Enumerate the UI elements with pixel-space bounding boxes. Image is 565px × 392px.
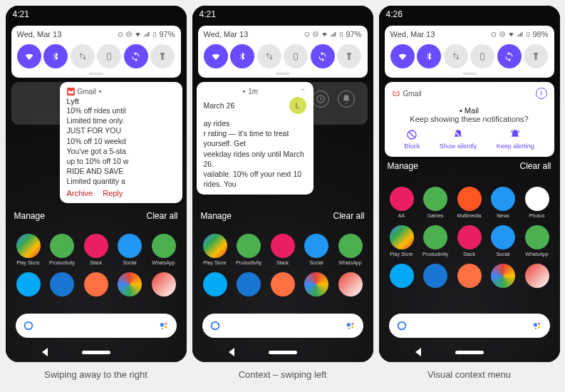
block-button[interactable]: Block — [404, 129, 420, 150]
search-bar[interactable] — [202, 314, 363, 338]
nav-back-button[interactable] — [415, 348, 421, 356]
snooze-button[interactable] — [312, 91, 329, 108]
notif-dot: • — [99, 88, 102, 96]
qs-flashlight-tile[interactable] — [524, 44, 548, 68]
qs-data-tile[interactable] — [257, 44, 281, 68]
alarm-icon — [490, 31, 497, 38]
app-messages[interactable] — [388, 264, 416, 288]
app-social[interactable]: Social — [489, 225, 517, 257]
app-aa[interactable]: AA — [388, 187, 416, 218]
app-gmail[interactable] — [150, 272, 178, 296]
qs-wifi-tile[interactable] — [390, 44, 415, 68]
qs-data-tile[interactable] — [71, 44, 95, 68]
app-slack[interactable]: Slack — [455, 225, 484, 257]
app-pocket[interactable] — [455, 264, 484, 288]
notif-action-archive[interactable]: Archive — [67, 189, 93, 197]
chevron-up-icon[interactable]: ⌃ — [300, 88, 306, 96]
app-games[interactable]: Games — [421, 187, 450, 218]
clock-icon — [316, 94, 326, 104]
app-play-store[interactable]: Play Store — [14, 234, 43, 265]
nav-back-button[interactable] — [42, 348, 48, 356]
qs-bluetooth-tile[interactable] — [43, 44, 68, 68]
qs-handle[interactable] — [462, 73, 477, 75]
app-productivity[interactable]: Productivity — [48, 234, 76, 265]
qs-sync-tile[interactable] — [311, 44, 335, 68]
svg-rect-22 — [527, 32, 529, 36]
app-whatsapp[interactable]: WhatsApp — [150, 234, 178, 265]
qs-sync-tile[interactable] — [497, 44, 522, 68]
svg-point-20 — [492, 33, 497, 37]
phone-swiping-right: 4:21 Wed, Mar 13 97% — [6, 6, 187, 362]
qs-wifi-tile[interactable] — [17, 44, 41, 68]
app-chrome[interactable] — [115, 272, 144, 296]
app-chrome[interactable] — [302, 272, 331, 296]
qs-bluetooth-tile[interactable] — [230, 44, 254, 68]
nav-back-button[interactable] — [229, 348, 234, 356]
clear-all-button[interactable]: Clear all — [333, 211, 364, 221]
qs-battery-tile[interactable] — [97, 44, 121, 68]
app-photos[interactable]: Photos — [523, 187, 551, 218]
clear-all-button[interactable]: Clear all — [146, 211, 177, 221]
search-bar[interactable] — [16, 314, 177, 338]
manage-button[interactable]: Manage — [14, 211, 45, 221]
wifi-icon — [321, 31, 328, 38]
manage-button[interactable]: Manage — [201, 211, 232, 221]
qs-handle[interactable] — [276, 73, 290, 75]
notif-title: Lyft — [67, 97, 175, 105]
info-icon[interactable]: i — [536, 88, 547, 99]
svg-rect-23 — [481, 53, 484, 60]
app-slack[interactable]: Slack — [82, 234, 110, 265]
app-productivity[interactable]: Productivity — [421, 225, 450, 257]
app-pocket[interactable] — [82, 272, 110, 296]
app-phone[interactable] — [234, 272, 263, 296]
svg-point-26 — [533, 323, 537, 326]
notif-action-reply[interactable]: Reply — [103, 189, 123, 197]
notification-context-card: Gmail i • Mail Keep showing these notifi… — [385, 82, 554, 157]
app-productivity[interactable]: Productivity — [234, 234, 263, 265]
qs-data-tile[interactable] — [444, 44, 468, 68]
app-gmail[interactable] — [523, 264, 551, 288]
search-bar[interactable] — [389, 314, 550, 338]
app-phone[interactable] — [421, 264, 450, 288]
notification-card-gmail[interactable]: • 1m ⌃ March 26 L ay ridesr rating — it'… — [197, 82, 313, 195]
app-whatsapp[interactable]: WhatsApp — [523, 225, 551, 257]
phone-context-menu: 4:26 Wed, Mar 13 98% — [379, 6, 560, 362]
app-pocket[interactable] — [269, 272, 297, 296]
app-messages[interactable] — [14, 272, 43, 296]
clear-all-button[interactable]: Clear all — [519, 161, 551, 171]
caption: Swiping away to the right — [44, 369, 147, 380]
qs-wifi-tile[interactable] — [204, 44, 228, 68]
nav-home-pill[interactable] — [269, 351, 297, 354]
app-news[interactable]: News — [489, 187, 517, 218]
qs-battery-tile[interactable] — [284, 44, 308, 68]
navigation-bar — [192, 342, 373, 362]
app-phone[interactable] — [48, 272, 76, 296]
nav-home-pill[interactable] — [82, 351, 110, 354]
app-play-store[interactable]: Play Store — [388, 225, 416, 257]
qs-flashlight-tile[interactable] — [150, 44, 175, 68]
app-social[interactable]: Social — [302, 234, 331, 265]
show-silently-button[interactable]: Show silently — [440, 129, 477, 150]
signal-icon — [517, 31, 524, 38]
keep-alerting-button[interactable]: Keep alerting — [497, 129, 534, 150]
qs-sync-tile[interactable] — [124, 44, 148, 68]
qs-flashlight-tile[interactable] — [337, 44, 361, 68]
notification-card-gmail[interactable]: Gmail • Lyft 10% off rides untilLimited … — [60, 82, 182, 203]
qs-handle[interactable] — [89, 73, 103, 75]
app-chrome[interactable] — [489, 264, 517, 288]
app-messages[interactable] — [201, 272, 229, 296]
qs-battery-tile[interactable] — [470, 44, 494, 68]
manage-button[interactable]: Manage — [388, 161, 418, 171]
app-whatsapp[interactable]: WhatsApp — [336, 234, 365, 265]
app-slack[interactable]: Slack — [269, 234, 297, 265]
app-multimedia[interactable]: Multimedia — [455, 187, 484, 218]
qs-date: Wed, Mar 13 — [17, 30, 62, 38]
app-social[interactable]: Social — [115, 234, 144, 265]
svg-point-28 — [538, 326, 540, 328]
quick-settings-panel: Wed, Mar 13 98% — [385, 26, 554, 78]
settings-button[interactable] — [338, 91, 355, 108]
qs-bluetooth-tile[interactable] — [417, 44, 441, 68]
nav-home-pill[interactable] — [455, 351, 484, 354]
app-play-store[interactable]: Play Store — [201, 234, 229, 265]
app-gmail[interactable] — [336, 272, 365, 296]
